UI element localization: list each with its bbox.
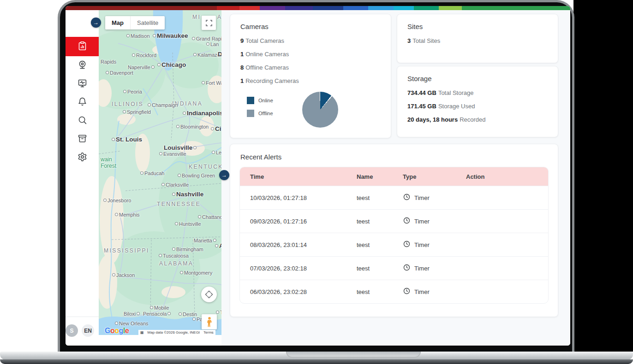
laptop-mockup: S EN (0, 0, 633, 364)
stat-label: Recording Cameras (245, 77, 299, 84)
city-marker (123, 90, 126, 93)
city-marker (212, 151, 215, 154)
alert-action (466, 210, 548, 233)
sidebar-item-clipboard-chart[interactable] (66, 37, 99, 56)
timer-clock-icon (403, 240, 411, 249)
timer-clock-icon (403, 193, 411, 202)
map-city-label: Memphis (114, 212, 140, 217)
stat-value: 734.44 GB (407, 89, 436, 96)
pan-control[interactable] (201, 287, 217, 302)
city-marker (172, 247, 175, 251)
map-city-label: D (218, 51, 221, 58)
alert-type: Timer (403, 280, 466, 304)
clipboard-chart-icon (78, 41, 87, 53)
stat-line: 20 days, 18 hoursRecorded (407, 116, 548, 123)
map-expand-arrow[interactable]: → (219, 170, 229, 180)
sidebar-item-search[interactable] (66, 112, 99, 130)
satellite-button[interactable]: Satellite (130, 16, 165, 29)
map-type-toggle: Map Satellite (105, 16, 165, 29)
stat-line: 1Online Cameras (240, 51, 381, 58)
city-marker (198, 215, 201, 218)
alert-row: 07/03/2026, 23:02:18 teest Timer (240, 257, 548, 280)
stat-label: Storage Used (438, 103, 475, 110)
city-marker (180, 271, 183, 274)
timer-clock-icon (403, 217, 411, 226)
map-city-label: Jackson (111, 272, 135, 278)
map-city-label: Fort Wayn (201, 80, 221, 86)
fullscreen-button[interactable] (202, 16, 216, 30)
map-city-label: Ci (210, 125, 221, 132)
rainbow-segment (439, 6, 461, 10)
sidebar-item-gear[interactable] (66, 148, 99, 167)
alert-name: teest (357, 186, 403, 210)
sites-card: Sites 3Total Sites (397, 14, 558, 63)
city-marker (176, 125, 179, 128)
cameras-pie-chart (302, 92, 338, 128)
city-marker (216, 311, 219, 314)
stat-line: 8Offline Cameras (240, 64, 381, 71)
rainbow-segment (285, 6, 313, 10)
user-avatar[interactable]: S (66, 324, 78, 337)
pegman-control[interactable] (202, 314, 217, 329)
stat-label: Total Cameras (245, 37, 284, 44)
city-marker (192, 37, 195, 40)
map-city-label: Nashville (171, 191, 203, 198)
city-marker (193, 146, 197, 149)
alerts-col-type: Type (403, 167, 466, 186)
map-city-label: Indianapolis (182, 110, 221, 117)
alert-type: Timer (403, 233, 466, 257)
pan-arrows-icon (201, 287, 217, 302)
stat-value: 3 (407, 37, 411, 44)
alert-time: 09/03/2026, 01:27:16 (240, 210, 357, 233)
city-marker (202, 81, 205, 84)
terms-link[interactable]: Terms (202, 330, 215, 335)
stat-label: Offline Cameras (245, 64, 289, 71)
map-state-label: MISSISSIPPI (104, 247, 149, 254)
language-selector[interactable]: EN (82, 324, 94, 337)
map-column: MIAILLINOISINDIANAKENTUCKYTENNESSEEMISSI… (99, 10, 221, 346)
map-state-label: MI (192, 14, 201, 20)
stat-line: 734.44 GBTotal Storage (407, 89, 548, 96)
city-marker (153, 34, 156, 37)
gear-icon (78, 152, 87, 164)
alert-name: teest (357, 280, 403, 304)
sidebar-collapse-arrow[interactable]: → (91, 18, 101, 28)
alert-row: 09/03/2026, 01:27:16 teest Timer (240, 210, 548, 233)
pegman-icon (204, 316, 215, 328)
alert-time: 08/03/2026, 23:01:14 (240, 233, 357, 257)
alert-action (466, 186, 548, 210)
sidebar-item-webcam[interactable] (66, 56, 99, 75)
google-logo[interactable]: Google (105, 327, 129, 335)
city-marker (215, 244, 218, 247)
city-marker (132, 53, 135, 57)
map-city-label: Biloxi (124, 311, 141, 317)
map-button[interactable]: Map (105, 16, 130, 29)
city-marker (172, 193, 175, 196)
map-city-label: Madison (125, 33, 150, 39)
city-marker (175, 222, 178, 225)
alerts-col-name: Name (357, 167, 403, 186)
city-marker (137, 312, 140, 315)
timer-clock-icon (403, 287, 411, 296)
map-city-label: Rockford (131, 53, 156, 58)
city-marker (183, 112, 186, 115)
sidebar-item-bell[interactable] (66, 93, 99, 112)
map-city-label: Milwaukee (152, 32, 188, 39)
stat-value: 1 (240, 77, 244, 84)
city-marker (192, 317, 196, 321)
stat-label: Total Sites (412, 37, 440, 44)
alert-type: Timer (403, 186, 466, 210)
sidebar-item-archive[interactable] (66, 130, 99, 148)
storage-card-title: Storage (407, 75, 548, 82)
keyboard-shortcuts-icon[interactable]: ▦ (138, 330, 146, 335)
city-marker (193, 53, 197, 56)
stat-value: 171.45 GB (407, 103, 436, 110)
map-panel[interactable]: MIAILLINOISINDIANAKENTUCKYTENNESSEEMISSI… (99, 10, 221, 335)
alerts-table-wrap: TimeNameTypeAction 10/03/2026, 01:27:18 … (239, 167, 549, 304)
map-state-label: TENNESSEE (157, 201, 201, 207)
sidebar-item-monitor-pulse[interactable] (66, 75, 99, 93)
stat-line: 1Recording Cameras (240, 77, 381, 84)
search-icon (78, 115, 87, 127)
map-city-label: Kalamazoo (192, 52, 221, 58)
alert-row: 08/03/2026, 23:01:14 teest Timer (240, 233, 548, 257)
